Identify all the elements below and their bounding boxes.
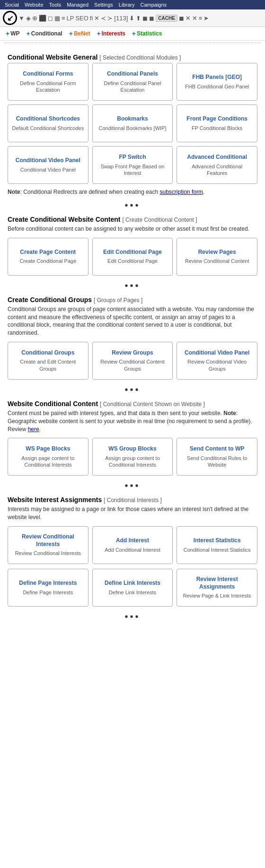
card-conditional-video-panel[interactable]: Conditional Video Panel Conditional Vide… (8, 146, 88, 184)
cache-badge[interactable]: CACHE (156, 15, 177, 22)
nav-library[interactable]: Library (117, 1, 137, 9)
tool-icon-up[interactable]: ⬆ (136, 15, 141, 22)
card-review-groups[interactable]: Review Groups Review Conditional Content… (92, 342, 173, 380)
sub-navigation: + WP + Conditional + BeNet + Interests +… (0, 27, 265, 41)
section1-title: Conditional Website General [ Selected C… (8, 53, 257, 61)
tool-icon-sq1[interactable]: ◼ (142, 15, 148, 22)
tool-icon-3[interactable]: ⊕ (32, 15, 37, 22)
card-fhb-panels[interactable]: FHB Panels [GEO] FHB Conditional Geo Pan… (177, 63, 257, 101)
plus-icon-statistics: + (132, 30, 136, 37)
plus-icon-wp: + (6, 30, 9, 37)
card-define-page-interests[interactable]: Define Page Interests Define Page Intere… (8, 569, 88, 607)
card-send-content-to-wp[interactable]: Send Content to WP Send Conditional Rule… (177, 438, 257, 476)
section5-grid-row1: Review Conditional Interests Review Cond… (8, 526, 257, 564)
top-navigation: Social Website Tools Managed Settings Li… (0, 0, 265, 9)
plus-icon-conditional: + (26, 30, 30, 37)
card-ws-group-blocks[interactable]: WS Group Blocks Assign group content to … (92, 438, 173, 476)
tool-icon-1[interactable]: ▼ (18, 15, 25, 22)
card-review-pages[interactable]: Review Pages Review Conditional Content (177, 238, 257, 276)
card-interest-statistics[interactable]: Interest Statistics Conditional Interest… (177, 526, 257, 564)
section5-desc: Interests may be assigned to a page or l… (8, 505, 257, 521)
dotted-divider (4, 43, 261, 43)
main-content: Conditional Website General [ Selected C… (0, 45, 265, 629)
plus-icon-interests: + (97, 30, 101, 37)
tool-icon-4[interactable]: ⬛ (39, 15, 46, 22)
tool-icon-sq2[interactable]: ◼ (149, 15, 154, 22)
nav-settings[interactable]: Settings (92, 1, 115, 9)
card-conditional-panels[interactable]: Conditional Panels Define Conditional Pa… (92, 63, 173, 101)
tool-icon-list[interactable]: ≡ (199, 15, 203, 22)
tool-icon-6[interactable]: ▦ (54, 15, 60, 22)
section4-grid: WS Page Blocks Assign page content to Co… (8, 438, 257, 476)
tool-icon-lp[interactable]: LP (66, 15, 74, 22)
card-review-interest-assignments[interactable]: Review Interest Assignments Review Page … (177, 569, 257, 607)
dots-1: ••• (8, 200, 257, 211)
icon-bar: ↙ ▼ ◈ ⊕ ⬛ ◻ ▦ ≡ LP SEO fi ✕ ≺ ≻ [113] ⬇ … (0, 9, 265, 27)
section2-title: Create Conditional Website Content [ Cre… (8, 216, 257, 223)
card-conditional-video-panel-2[interactable]: Conditional Video Panel Review Condition… (177, 342, 257, 380)
nav-campaigns[interactable]: Campaigns (138, 1, 168, 9)
card-add-interest[interactable]: Add Interest Add Conditional Interest (92, 526, 173, 564)
plus-icon-benet: + (69, 30, 73, 37)
card-bookmarks[interactable]: Bookmarks Conditional Bookmarks [WIP] (92, 104, 173, 142)
tool-icon-seo[interactable]: SEO (75, 15, 88, 22)
card-review-conditional-interests[interactable]: Review Conditional Interests Review Cond… (8, 526, 88, 564)
tool-icon-x2[interactable]: ✕ (186, 15, 191, 22)
tool-icon-7[interactable]: ≡ (62, 15, 65, 22)
tool-icon-2[interactable]: ◈ (26, 15, 31, 22)
dots-4: ••• (8, 480, 257, 491)
card-fp-switch[interactable]: FP Switch Swap Front Page Based on Inter… (92, 146, 173, 184)
section3-title: Create Conditional Groups [ Groups of Pa… (8, 296, 257, 304)
subnav-interests[interactable]: + Interests (95, 29, 127, 38)
nav-website[interactable]: Website (23, 1, 45, 9)
tool-icon-5[interactable]: ◻ (48, 15, 53, 22)
here-link[interactable]: here (28, 426, 39, 433)
dots-5: ••• (8, 611, 257, 622)
tool-icon-lt[interactable]: ≺ (101, 15, 106, 22)
section1-grid: Conditional Forms Define Conditional For… (8, 63, 257, 184)
card-conditional-forms[interactable]: Conditional Forms Define Conditional For… (8, 63, 88, 101)
dots-2: ••• (8, 280, 257, 291)
dots-3: ••• (8, 384, 257, 395)
tool-icon-x[interactable]: ✕ (94, 15, 99, 22)
tool-icon-gt[interactable]: ≻ (107, 15, 113, 22)
subscription-form-link[interactable]: subscription form (160, 189, 203, 195)
card-conditional-shortcodes[interactable]: Conditional Shortcodes Default Condition… (8, 104, 88, 142)
tool-icon-count: [113] (114, 15, 128, 22)
card-create-page-content[interactable]: Create Page Content Create Conditional P… (8, 238, 88, 276)
section4-title: Website Conditional Content [ Conditiona… (8, 400, 257, 408)
card-edit-conditional-page[interactable]: Edit Conditional Page Edit Conditional P… (92, 238, 173, 276)
section3-grid: Conditional Groups Create and Edit Conte… (8, 342, 257, 380)
section3-desc: Conditional Groups are groups of page co… (8, 305, 257, 337)
subnav-benet[interactable]: + BeNet (67, 29, 92, 38)
card-front-page-conditions[interactable]: Front Page Conditions FP Conditional Blo… (177, 104, 257, 142)
nav-tools[interactable]: Tools (47, 1, 63, 9)
section2-desc: Before conditional content can be assign… (8, 225, 257, 233)
card-advanced-conditional[interactable]: Advanced Conditional Advanced Conditiona… (177, 146, 257, 184)
back-arrow-icon[interactable]: ↙ (3, 11, 17, 25)
note1: Note: Conditional Redirects are defined … (8, 189, 257, 195)
section2-grid: Create Page Content Create Conditional P… (8, 238, 257, 276)
card-ws-page-blocks[interactable]: WS Page Blocks Assign page content to Co… (8, 438, 88, 476)
tool-icon-fi[interactable]: fi (90, 15, 93, 22)
tool-icon-arrow[interactable]: ➤ (203, 15, 209, 22)
section5-grid-row2: Define Page Interests Define Page Intere… (8, 569, 257, 607)
subnav-conditional[interactable]: + Conditional (25, 29, 64, 38)
card-define-link-interests[interactable]: Define Link Interests Define Link Intere… (92, 569, 173, 607)
nav-social[interactable]: Social (3, 1, 21, 9)
tool-icon-sq3[interactable]: ◼ (179, 15, 184, 22)
tool-icon-x3[interactable]: ✕ (192, 15, 197, 22)
subnav-statistics[interactable]: + Statistics (130, 29, 164, 38)
nav-managed[interactable]: Managed (65, 1, 90, 9)
card-conditional-groups[interactable]: Conditional Groups Create and Edit Conte… (8, 342, 88, 380)
section5-title: Website Interest Assignments [ Condition… (8, 496, 257, 503)
tool-icon-down[interactable]: ⬇ (129, 15, 134, 22)
section4-desc: Content must be paired with interest typ… (8, 409, 257, 433)
subnav-wp[interactable]: + WP (4, 29, 22, 38)
